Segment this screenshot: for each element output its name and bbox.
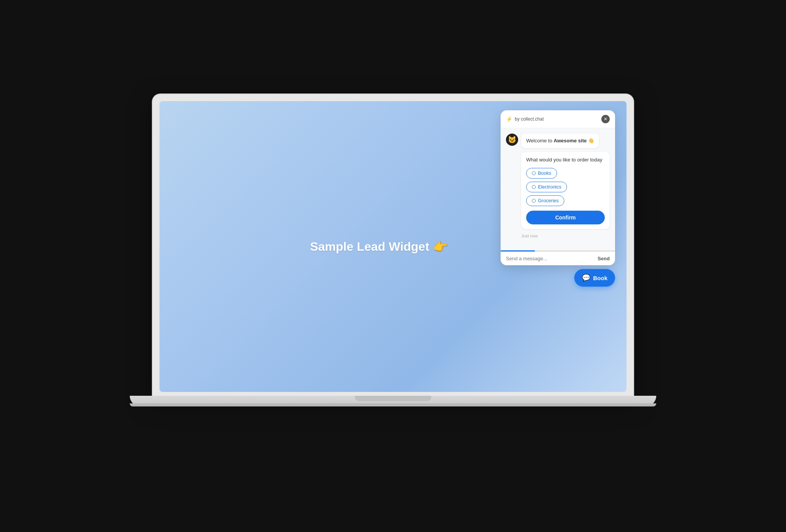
laptop-bezel: Sample Lead Widget 👉 ⚡ by collect.chat ✕ — [153, 94, 633, 396]
laptop: Sample Lead Widget 👉 ⚡ by collect.chat ✕ — [130, 94, 656, 438]
option-electronics[interactable]: Electronics — [526, 182, 567, 192]
option-groceries-label: Groceries — [538, 198, 559, 203]
confirm-label: Confirm — [555, 214, 576, 221]
book-label: Book — [593, 275, 608, 281]
option-groceries[interactable]: Groceries — [526, 195, 564, 206]
chat-header: ⚡ by collect.chat ✕ — [501, 110, 615, 128]
laptop-notch — [355, 396, 431, 401]
timestamp: Just now — [521, 234, 610, 238]
welcome-site-name: Awesome site — [554, 138, 586, 143]
book-icon: 💬 — [582, 274, 590, 282]
chat-footer: Send — [501, 251, 615, 265]
send-button[interactable]: Send — [598, 256, 610, 261]
confirm-button[interactable]: Confirm — [526, 211, 605, 224]
laptop-base — [130, 396, 656, 406]
options-bubble: What would you like to order today Books… — [521, 152, 610, 229]
hero-emoji: 👉 — [433, 239, 448, 254]
chat-progress-bar — [501, 250, 535, 251]
option-electronics-label: Electronics — [538, 184, 561, 190]
welcome-prefix: Welcome to — [526, 138, 554, 143]
option-dot-groceries — [532, 199, 536, 203]
hero-text-container: Sample Lead Widget 👉 — [310, 239, 448, 254]
laptop-screen: Sample Lead Widget 👉 ⚡ by collect.chat ✕ — [159, 101, 627, 392]
chat-window: ⚡ by collect.chat ✕ 🐱 — [501, 110, 615, 265]
option-dot-electronics — [532, 185, 536, 189]
hero-label: Sample Lead Widget — [310, 240, 429, 254]
chat-avatar: 🐱 — [506, 134, 518, 146]
chat-input[interactable] — [506, 256, 594, 261]
chat-brand: ⚡ by collect.chat — [506, 116, 544, 122]
welcome-bubble: Welcome to Awesome site 👋 — [521, 134, 599, 148]
send-label: Send — [598, 256, 610, 261]
close-icon: ✕ — [604, 116, 607, 122]
option-books-label: Books — [538, 171, 551, 176]
book-button[interactable]: 💬 Book — [574, 269, 615, 287]
chat-body: 🐱 Welcome to Awesome site 👋 What would y… — [501, 128, 615, 250]
welcome-emoji: 👋 — [588, 138, 594, 143]
welcome-message-row: 🐱 Welcome to Awesome site 👋 — [506, 134, 610, 148]
options-question: What would you like to order today — [526, 156, 605, 163]
avatar-emoji: 🐱 — [508, 135, 516, 144]
close-button[interactable]: ✕ — [601, 115, 610, 123]
option-dot-books — [532, 171, 536, 175]
chat-progress — [501, 250, 615, 251]
option-books[interactable]: Books — [526, 168, 557, 179]
brand-text: by collect.chat — [515, 116, 544, 122]
chat-widget: ⚡ by collect.chat ✕ 🐱 — [501, 110, 615, 287]
bolt-icon: ⚡ — [506, 116, 512, 122]
